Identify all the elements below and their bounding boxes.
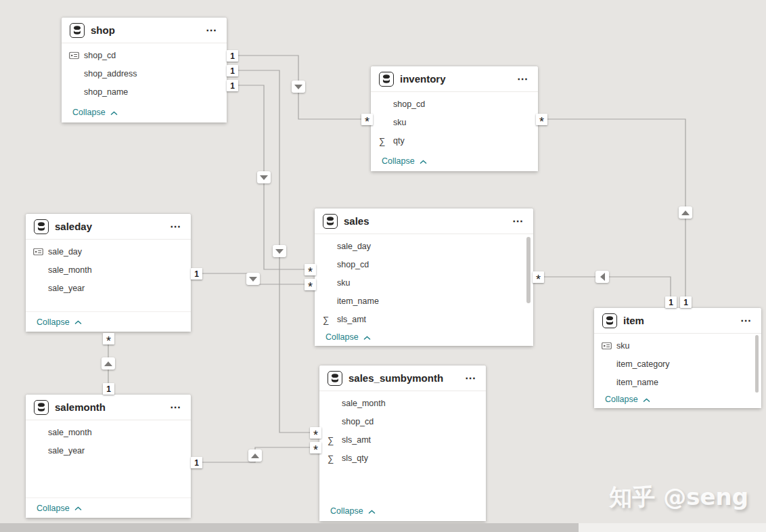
table-title: item [623, 315, 644, 326]
table-header: saleday ⋯ [26, 214, 191, 240]
field-name: item_name [616, 378, 658, 387]
field-name: sls_amt [337, 315, 366, 324]
collapse-label: Collapse [37, 317, 70, 327]
collapse-link[interactable]: Collapse [62, 102, 227, 123]
field-row[interactable]: sale_day [315, 237, 533, 255]
cardinality-badge: * [536, 114, 547, 125]
field-row[interactable]: shop_name [62, 83, 227, 101]
field-row[interactable]: sale_year [26, 441, 191, 460]
table-card-sales[interactable]: sales ⋯ sale_day shop_cd sku item_name ∑… [315, 208, 533, 346]
field-row[interactable]: sale_month [26, 423, 191, 441]
vertical-scrollbar-thumb[interactable] [755, 335, 759, 393]
cardinality-badge: * [533, 271, 544, 283]
id-card-icon [33, 248, 43, 255]
more-options-icon[interactable]: ⋯ [464, 374, 478, 383]
field-name: shop_cd [84, 51, 116, 60]
cardinality-badge: * [305, 264, 316, 275]
field-row[interactable]: ∑ sls_amt [319, 430, 486, 449]
filter-direction-arrow-down[interactable] [246, 273, 260, 285]
table-header: sales_sumbymonth ⋯ [319, 365, 486, 391]
field-name: sale_year [48, 446, 85, 456]
filter-direction-arrow-down[interactable] [292, 81, 305, 93]
field-row[interactable]: shop_cd [371, 95, 538, 113]
field-name: sku [337, 278, 350, 288]
field-row[interactable]: sku [371, 113, 538, 131]
horizontal-scrollbar-thumb[interactable] [0, 523, 579, 532]
field-name: sls_amt [342, 435, 371, 445]
field-name: qty [393, 136, 405, 146]
field-row[interactable]: shop_cd [62, 46, 227, 64]
cardinality-badge: 1 [191, 268, 202, 280]
filter-direction-arrow-down[interactable] [273, 245, 286, 257]
collapse-chevron-icon [74, 320, 82, 325]
cardinality-badge: * [310, 442, 321, 453]
field-row[interactable]: shop_cd [315, 255, 533, 273]
cardinality-badge: 1 [665, 296, 677, 308]
table-card-saleday[interactable]: saleday ⋯ sale_day sale_month sale_year … [26, 214, 191, 332]
field-row[interactable]: item_name [594, 373, 761, 391]
field-name: shop_name [84, 87, 128, 97]
collapse-chevron-icon [420, 160, 427, 164]
cardinality-badge: * [305, 279, 316, 290]
field-row[interactable]: sale_year [26, 279, 191, 297]
database-icon [34, 219, 49, 234]
vertical-scrollbar-thumb[interactable] [526, 237, 531, 303]
filter-direction-arrow-up[interactable] [248, 449, 262, 462]
field-row[interactable]: ∑ sls_amt [315, 310, 533, 328]
field-name: item_name [337, 296, 379, 306]
more-options-icon[interactable]: ⋯ [511, 217, 525, 226]
table-card-shop[interactable]: shop ⋯ shop_cd shop_address shop_name Co… [62, 18, 227, 123]
collapse-link[interactable]: Collapse [26, 497, 191, 518]
filter-direction-arrow-down[interactable] [257, 171, 271, 183]
more-options-icon[interactable]: ⋯ [739, 316, 753, 326]
collapse-link[interactable]: Collapse [371, 151, 538, 171]
table-title: sales_sumbymonth [348, 372, 443, 384]
sigma-icon: ∑ [328, 453, 334, 463]
filter-direction-arrow-left[interactable] [595, 271, 609, 283]
collapse-label: Collapse [382, 156, 415, 166]
table-card-inventory[interactable]: inventory ⋯ shop_cd sku ∑ qty Collapse [371, 66, 538, 171]
collapse-link[interactable]: Collapse [594, 391, 761, 408]
cardinality-badge: * [103, 333, 114, 345]
horizontal-scrollbar[interactable] [0, 523, 766, 532]
database-icon [602, 313, 617, 328]
field-name: sale_month [48, 265, 92, 275]
table-header: sales ⋯ [315, 208, 533, 234]
collapse-chevron-icon [74, 506, 82, 511]
field-row[interactable]: sale_month [26, 261, 191, 279]
table-card-salemonth[interactable]: salemonth ⋯ sale_month sale_year Collaps… [26, 395, 191, 518]
field-row[interactable]: sku [315, 273, 533, 292]
id-card-icon [69, 51, 79, 59]
more-options-icon[interactable]: ⋯ [168, 403, 183, 412]
field-row[interactable]: item_name [315, 292, 533, 310]
more-options-icon[interactable]: ⋯ [204, 26, 219, 35]
cardinality-badge: 1 [191, 457, 202, 468]
model-view-canvas: shop ⋯ shop_cd shop_address shop_name Co… [0, 0, 766, 532]
collapse-link[interactable]: Collapse [26, 311, 191, 332]
field-row[interactable]: ∑ qty [371, 131, 538, 150]
field-row[interactable]: ∑ sls_qty [319, 449, 486, 467]
table-title: salemonth [55, 401, 106, 413]
field-row[interactable]: shop_address [62, 64, 227, 83]
filter-direction-arrow-up[interactable] [679, 206, 692, 219]
id-card-icon [602, 342, 612, 349]
table-card-item[interactable]: item ⋯ sku item_category item_name Colla… [594, 308, 761, 408]
database-icon [70, 23, 85, 38]
collapse-link[interactable]: Collapse [319, 501, 486, 521]
field-row[interactable]: shop_cd [319, 412, 486, 430]
field-row[interactable]: sale_month [319, 394, 486, 412]
more-options-icon[interactable]: ⋯ [168, 222, 183, 231]
table-card-sales_sumbymonth[interactable]: sales_sumbymonth ⋯ sale_month shop_cd ∑ … [319, 365, 486, 521]
collapse-link[interactable]: Collapse [315, 328, 533, 346]
field-row[interactable]: sale_day [26, 242, 191, 261]
collapse-chevron-icon [368, 510, 376, 514]
field-row[interactable]: sku [594, 336, 761, 355]
more-options-icon[interactable]: ⋯ [516, 74, 530, 84]
database-icon [323, 214, 338, 229]
database-icon [328, 371, 342, 386]
cardinality-badge: 1 [227, 65, 238, 76]
filter-direction-arrow-up[interactable] [102, 357, 115, 370]
table-header: inventory ⋯ [371, 66, 538, 92]
field-row[interactable]: item_category [594, 355, 761, 373]
field-name: sale_day [337, 242, 371, 251]
